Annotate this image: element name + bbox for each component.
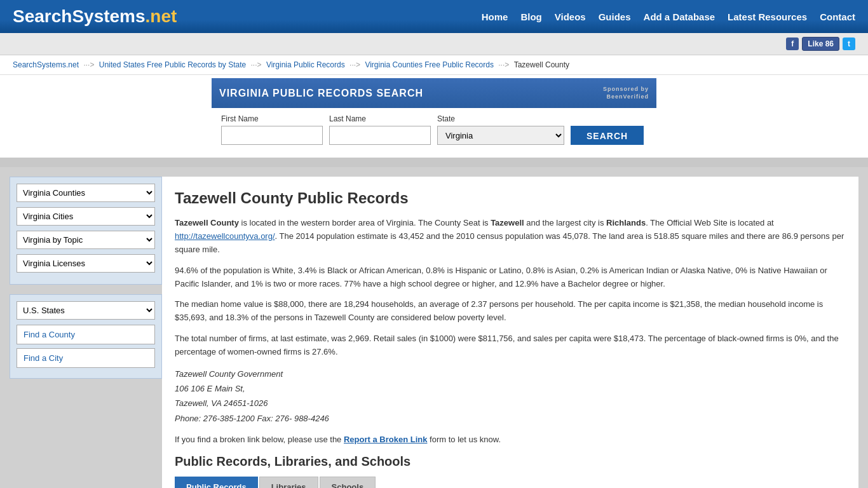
site-header: SearchSystems.net HomeBlogVideosGuidesAd…: [0, 0, 868, 33]
search-header: VIRGINIA PUBLIC RECORDS SEARCH Sponsored…: [212, 78, 656, 108]
tab-public-records[interactable]: Public Records: [175, 477, 258, 488]
address-line1: Tazewell County Government: [175, 367, 846, 381]
first-name-input[interactable]: [221, 126, 323, 145]
state-select[interactable]: AlabamaAlaskaArizonaArkansasCaliforniaCo…: [437, 126, 564, 145]
find-city-link[interactable]: Find a City: [17, 348, 155, 368]
breadcrumb-link[interactable]: Virginia Public Records: [266, 60, 345, 69]
state-label: State: [437, 114, 564, 123]
sponsored-by: Sponsored by BeenVerified: [603, 86, 649, 100]
tab-schools[interactable]: Schools: [320, 477, 376, 488]
breadcrumb-sep: ···>: [248, 60, 264, 69]
virginia-licenses-select[interactable]: Virginia Licenses: [17, 254, 155, 273]
first-name-group: First Name: [221, 114, 323, 145]
main-nav: HomeBlogVideosGuidesAdd a DatabaseLatest…: [482, 11, 855, 22]
search-section: VIRGINIA PUBLIC RECORDS SEARCH Sponsored…: [0, 75, 868, 158]
search-fields: First Name Last Name State AlabamaAlaska…: [212, 108, 656, 151]
breadcrumb-link[interactable]: SearchSystems.net: [13, 60, 79, 69]
first-name-label: First Name: [221, 114, 323, 123]
tab-libraries[interactable]: Libraries: [259, 477, 318, 488]
nav-item-blog[interactable]: Blog: [520, 11, 541, 22]
like-button[interactable]: Like 86: [802, 37, 839, 51]
official-site-link[interactable]: http://tazewellcountyva.org/: [175, 231, 275, 241]
breadcrumb-sep: ···>: [348, 60, 363, 69]
social-bar: f Like 86 t: [0, 33, 868, 55]
nav-item-contact[interactable]: Contact: [820, 11, 855, 22]
breadcrumb-sep: ···>: [496, 60, 512, 69]
logo-text-plain: SearchSystems: [13, 6, 146, 26]
main-content: Tazewell County Public Records Tazewell …: [162, 177, 858, 488]
address-line2: 106 106 E Main St,: [175, 381, 846, 396]
address-line3: Tazewell, VA 24651-1026: [175, 396, 846, 410]
para4: The total number of firms, at last estim…: [175, 332, 846, 359]
breadcrumb-sep: ···>: [81, 60, 97, 69]
main-wrapper: Virginia Counties Virginia Cities Virgin…: [0, 167, 868, 488]
address-block: Tazewell County Government 106 106 E Mai…: [175, 367, 846, 426]
para3: The median home value is $88,000, there …: [175, 298, 846, 325]
find-county-link[interactable]: Find a County: [17, 325, 155, 344]
twitter-icon-btn[interactable]: t: [843, 37, 855, 50]
virginia-counties-select[interactable]: Virginia Counties: [17, 184, 155, 202]
tazewell-bold: Tazewell: [491, 218, 524, 227]
nav-item-guides[interactable]: Guides: [599, 11, 631, 22]
facebook-icon-btn[interactable]: f: [786, 37, 799, 50]
virginia-cities-select[interactable]: Virginia Cities: [17, 207, 155, 226]
broken-link-notice: If you find a broken link below, please …: [175, 433, 846, 447]
breadcrumb: SearchSystems.net ···> United States Fre…: [0, 55, 868, 75]
last-name-input[interactable]: [329, 126, 431, 145]
last-name-label: Last Name: [329, 114, 431, 123]
sidebar-box-virginia: Virginia Counties Virginia Cities Virgin…: [10, 177, 162, 285]
para2: 94.6% of the population is White, 3.4% i…: [175, 264, 846, 291]
nav-item-home[interactable]: Home: [482, 11, 508, 22]
breadcrumb-current: Tazewell County: [514, 60, 569, 69]
nav-item-videos[interactable]: Videos: [555, 11, 586, 22]
richlands-bold: Richlands: [606, 218, 646, 227]
address-line4: Phone: 276-385-1200 Fax: 276- 988-4246: [175, 411, 846, 426]
breadcrumb-link[interactable]: United States Free Public Records by Sta…: [99, 60, 246, 69]
nav-item-add-a-database[interactable]: Add a Database: [644, 11, 715, 22]
virginia-by-topic-select[interactable]: Virginia by Topic: [17, 231, 155, 249]
site-logo[interactable]: SearchSystems.net: [13, 6, 177, 27]
search-button[interactable]: SEARCH: [571, 126, 644, 145]
para1: Tazewell County is located in the wester…: [175, 217, 846, 256]
sidebar: Virginia Counties Virginia Cities Virgin…: [10, 177, 162, 488]
last-name-group: Last Name: [329, 114, 431, 145]
us-states-select[interactable]: U.S. States: [17, 301, 155, 320]
tabs-row: Public RecordsLibrariesSchools: [175, 477, 846, 488]
section2-title: Public Records, Libraries, and Schools: [175, 454, 846, 469]
page-title: Tazewell County Public Records: [175, 189, 846, 207]
search-header-title: VIRGINIA PUBLIC RECORDS SEARCH: [219, 88, 423, 99]
breadcrumb-link[interactable]: Virginia Counties Free Public Records: [365, 60, 494, 69]
sidebar-box-us: U.S. States Find a County Find a City: [10, 294, 162, 379]
nav-item-latest-resources[interactable]: Latest Resources: [728, 11, 807, 22]
tazewell-county-bold: Tazewell County: [175, 218, 239, 227]
report-broken-link[interactable]: Report a Broken Link: [344, 435, 427, 444]
state-group: State AlabamaAlaskaArizonaArkansasCalifo…: [437, 114, 564, 145]
logo-text-ext: .net: [146, 6, 177, 26]
